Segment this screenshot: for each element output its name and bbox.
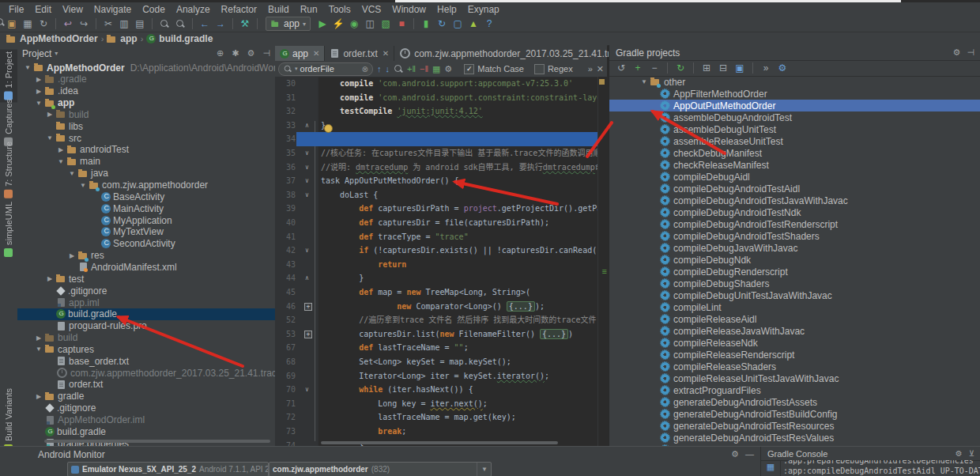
more-search-options-icon[interactable]: » xyxy=(588,65,593,74)
breadcrumb-item[interactable]: AppMethodOrder xyxy=(6,33,98,44)
tree-item-gradle[interactable]: ▶gradle xyxy=(17,391,275,402)
menu-tools[interactable]: Tools xyxy=(323,4,356,15)
editor-tab-order-txt[interactable]: order.txt✕ xyxy=(325,46,394,61)
editor-tab-app[interactable]: app✕ xyxy=(275,46,325,61)
tree-expand-icon[interactable]: ▼ xyxy=(35,346,43,353)
process-selector[interactable]: com.zjw.appmethodorder (832) ▼ xyxy=(269,462,492,476)
code-line-42[interactable]: 42∨ if (!capturesDir.exists() || !captur… xyxy=(275,244,607,258)
refresh-all-gradle-icon[interactable]: ↺ xyxy=(614,61,628,75)
gradle-task-generatedebugandroidtestassets[interactable]: generateDebugAndroidTestAssets xyxy=(609,396,980,408)
tree-item-com-zjw-appmethodorder[interactable]: ▼com.zjw.appmethodorder xyxy=(17,179,275,191)
code-line-70[interactable]: 70∨ while (iter.hasNext()) { xyxy=(275,383,607,397)
undo-icon[interactable]: ↩ xyxy=(61,17,75,31)
code-line-40[interactable]: 40 def capturesDir = file(capturesDirPat… xyxy=(275,216,607,230)
code-line-32[interactable]: 32 testCompile 'junit:junit:4.12' xyxy=(275,104,607,119)
menu-file[interactable]: File xyxy=(3,4,29,15)
match-case-checkbox[interactable]: ✓ Match Case xyxy=(464,64,524,74)
tree-item-main[interactable]: ▼main xyxy=(17,156,275,168)
editor-hscrollbar[interactable] xyxy=(321,441,558,444)
tree-expand-icon[interactable]: ▶ xyxy=(46,111,54,118)
tree-item--gitignore[interactable]: .gitignore xyxy=(17,285,275,297)
gradle-task-generatedebugandroidtestbuildconfig[interactable]: generateDebugAndroidTestBuildConfig xyxy=(609,408,980,420)
monitor-gear-icon[interactable]: ⚙ xyxy=(731,449,739,459)
hide-panel-icon[interactable]: ⊣ xyxy=(262,48,270,59)
detach-gradle-project-icon[interactable]: − xyxy=(647,61,662,75)
tree-item--idea[interactable]: ▶.idea xyxy=(17,85,275,97)
fold-marker-icon[interactable]: ∧ xyxy=(305,119,309,133)
find-icon[interactable] xyxy=(157,17,172,31)
menu-refactor[interactable]: Refactor xyxy=(216,4,262,15)
gradle-task-compilereleasejavawithjavac[interactable]: compileReleaseJavaWithJavac xyxy=(609,325,980,337)
menu-analyze[interactable]: Analyze xyxy=(171,4,216,15)
tree-item-build-gradle[interactable]: build.gradle xyxy=(17,425,275,437)
gradle-hide-panel-icon[interactable]: ⊣ xyxy=(967,47,974,58)
tree-expand-icon[interactable]: ▼ xyxy=(57,158,65,165)
fold-marker-icon[interactable]: ∨ xyxy=(305,383,309,397)
project-view-dropdown-icon[interactable]: ▾ xyxy=(55,50,58,57)
tree-item-src[interactable]: ▼src xyxy=(17,132,275,144)
android-profiler-icon[interactable]: ▮ xyxy=(419,17,433,31)
gradle-task-compiledebugandroidtestshaders[interactable]: compileDebugAndroidTestShaders xyxy=(609,230,980,242)
code-line-73[interactable]: 73 break; xyxy=(275,425,607,439)
intention-bulb-icon[interactable] xyxy=(324,124,333,133)
code-line-43[interactable]: 43 return xyxy=(275,258,607,272)
help-icon[interactable]: ? xyxy=(482,17,496,31)
stop-icon[interactable]: ■ xyxy=(394,17,409,31)
code-line-68[interactable]: 68 Set<Long> keySet = map.keySet(); xyxy=(275,355,607,369)
tree-item-mytextview[interactable]: MyTextView xyxy=(17,226,275,238)
run-task-icon[interactable]: » xyxy=(759,61,773,75)
tree-item-res[interactable]: ▶res xyxy=(17,250,275,262)
search-history-icon[interactable]: ▾ xyxy=(295,66,298,72)
fold-marker-icon[interactable]: ∨ xyxy=(305,161,309,175)
device-selector[interactable]: Emulator Nexus_5X_API_25_2 Android 7.1.1… xyxy=(67,462,269,476)
editor-vscrollbar[interactable] xyxy=(597,77,607,446)
exynap-lightning-icon[interactable]: ⚡ xyxy=(331,17,345,31)
filter-icon[interactable]: ✱ xyxy=(232,48,239,59)
fold-expand-icon[interactable]: + xyxy=(304,303,312,311)
search-settings-icon[interactable]: ⚙ xyxy=(444,65,452,74)
tree-expand-icon[interactable]: ▼ xyxy=(24,64,32,71)
tree-item-app[interactable]: ▼app xyxy=(17,97,275,109)
tree-expand-icon[interactable]: ▼ xyxy=(79,182,87,189)
tree-item-appmethodorder-iml[interactable]: AppMethodOrder.iml xyxy=(17,414,275,426)
tree-item-build[interactable]: ▶build xyxy=(17,332,275,344)
tree-expand-icon[interactable]: ▼ xyxy=(35,100,43,107)
code-line-38[interactable]: 38∨ doLast { xyxy=(275,188,607,202)
code-line-37[interactable]: 37∨task AppOutPutMethodOrder() { xyxy=(275,174,607,188)
tree-expand-icon[interactable]: ▶ xyxy=(46,275,54,282)
code-line-30[interactable]: 30 compile 'com.android.support:appcompa… xyxy=(275,77,607,91)
gradle-task-generatedebugandroidtestresources[interactable]: generateDebugAndroidTestResources xyxy=(609,420,980,432)
gradle-task-compiledebugjavawithjavac[interactable]: compileDebugJavaWithJavac xyxy=(609,242,980,254)
tree-item-androidmanifest-xml[interactable]: AndroidManifest.xml xyxy=(17,261,275,273)
gear-icon[interactable]: ⚙ xyxy=(247,48,255,59)
replace-icon[interactable] xyxy=(173,17,187,31)
tree-expand-icon[interactable]: ▶ xyxy=(35,76,43,83)
gradle-task-compiledebugandroidtestrenderscript[interactable]: compileDebugAndroidTestRenderscript xyxy=(609,218,980,230)
tree-item-libs[interactable]: libs xyxy=(17,120,275,132)
tree-item-myapplication[interactable]: MyApplication xyxy=(17,214,275,226)
group-modules-icon[interactable]: ▣ xyxy=(733,61,747,75)
tree-item-java[interactable]: ▼java xyxy=(17,168,275,179)
console-gear-icon[interactable]: ⚙ xyxy=(956,449,963,458)
tree-item-test[interactable]: ▶test xyxy=(17,273,275,285)
tree-expand-icon[interactable]: ▶ xyxy=(35,88,43,95)
fold-expand-icon[interactable]: + xyxy=(304,331,312,338)
gradle-task-checkreleasemanifest[interactable]: checkReleaseManifest xyxy=(609,159,980,171)
code-line-53[interactable]: 53+ capturesDir.list(new FilenameFilter(… xyxy=(275,327,607,342)
tree-item-mainactivity[interactable]: MainActivity xyxy=(17,202,275,214)
run-configuration-selector[interactable]: app▾ xyxy=(266,17,311,31)
synchronize-icon[interactable]: ↻ xyxy=(36,17,51,31)
debug-icon[interactable]: ◉ xyxy=(347,17,361,31)
clear-search-icon[interactable]: ⊗ xyxy=(362,65,368,74)
code-line-52[interactable]: 52 //遍历拿到trace 文件名 然后排序 找到最大时间数的trace文件 xyxy=(275,313,607,327)
gradle-task-checkdebugmanifest[interactable]: checkDebugManifest xyxy=(609,147,980,159)
redo-icon[interactable]: ↪ xyxy=(77,17,91,31)
gradle-task-appoutputmethodorder[interactable]: AppOutPutMethodOrder xyxy=(609,100,980,111)
gradle-task-compiledebugrenderscript[interactable]: compileDebugRenderscript xyxy=(609,266,980,278)
code-line-36[interactable]: 36∨//说明: dmtracedump 为 android sdk自带工具, … xyxy=(275,161,607,175)
code-line-34[interactable]: 34 xyxy=(275,132,607,146)
tree-item-captures[interactable]: ▼captures xyxy=(17,343,275,355)
tree-item--gitignore[interactable]: .gitignore xyxy=(17,402,275,414)
save-all-icon[interactable]: ▦ xyxy=(21,17,35,31)
fold-marker-icon[interactable]: ∨ xyxy=(305,188,309,202)
